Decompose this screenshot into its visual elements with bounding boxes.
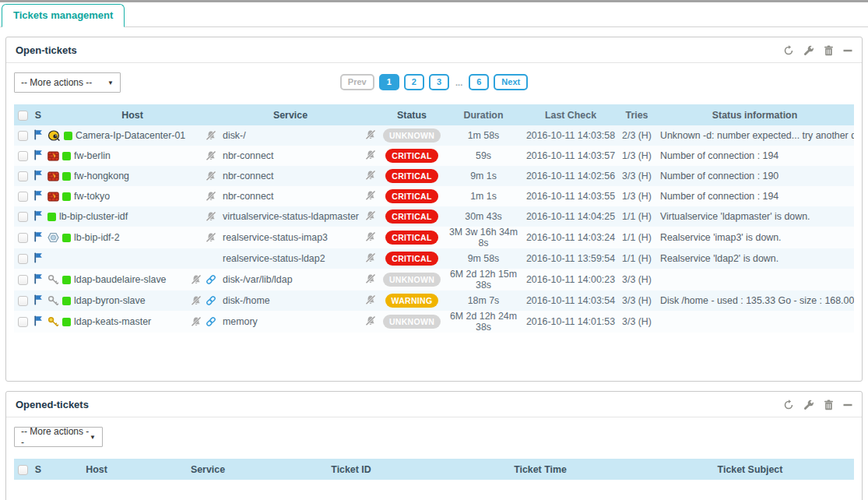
row-checkbox[interactable] <box>18 254 28 264</box>
host-name[interactable]: lb-bip-cluster-idf <box>59 211 128 222</box>
trash-icon[interactable] <box>824 400 834 410</box>
status-info-cell: Number of connection : 194 <box>655 186 854 206</box>
tries-cell: 1/1 (H) <box>618 248 655 269</box>
link-icon <box>206 274 216 285</box>
row-checkbox[interactable] <box>18 192 28 202</box>
pagination-prev-button[interactable]: Prev <box>340 74 374 90</box>
pagination-page-2[interactable]: 2 <box>404 74 424 90</box>
notifications-muted-icon <box>191 316 202 327</box>
pagination-page-3[interactable]: 3 <box>429 74 449 90</box>
status-info-cell: Number of connection : 194 <box>655 146 854 166</box>
host-name[interactable]: Camera-Ip-Datacenter-01 <box>76 130 185 141</box>
column-service: Service <box>220 104 361 125</box>
pagination-next-button[interactable]: Next <box>494 74 528 90</box>
open-tickets-header-row: S Host Service Status Duration Last Chec… <box>14 104 854 125</box>
pagination-page-6[interactable]: 6 <box>469 74 489 90</box>
select-all-checkbox[interactable] <box>18 111 28 121</box>
host-name[interactable]: fw-tokyo <box>74 191 110 202</box>
last-check-cell: 2016-10-11 14:03:58 <box>523 125 618 146</box>
last-check-cell: 2016-10-11 14:03:55 <box>523 186 618 206</box>
row-checkbox[interactable] <box>18 131 28 141</box>
flag-icon <box>33 252 43 263</box>
duration-cell: 3M 3w 16h 34m 8s <box>444 227 523 248</box>
duration-cell: 1m 58s <box>444 125 523 146</box>
tries-cell: 1/3 (H) <box>618 146 655 166</box>
notifications-muted-icon <box>365 190 376 201</box>
status-badge: UNKNOWN <box>383 315 441 329</box>
status-info-cell: Disk /home - used : 135.33 Go - size : 1… <box>655 290 854 311</box>
duration-cell: 18m 7s <box>444 290 523 311</box>
status-badge: CRITICAL <box>385 169 438 183</box>
service-name[interactable]: realservice-status-imap3 <box>223 232 328 243</box>
column-service: Service <box>148 459 268 480</box>
notifications-muted-icon <box>206 150 216 161</box>
service-name[interactable]: memory <box>223 316 258 327</box>
duration-cell: 9m 1s <box>444 166 523 186</box>
flag-icon <box>33 273 43 284</box>
row-checkbox[interactable] <box>18 151 28 161</box>
service-name[interactable]: realservice-status-ldap2 <box>223 253 325 264</box>
tab-tickets-management[interactable]: Tickets management <box>2 4 125 27</box>
host-name[interactable]: ldap-byron-slave <box>74 295 146 306</box>
notifications-muted-icon <box>206 232 216 243</box>
link-icon <box>206 295 216 306</box>
row-checkbox[interactable] <box>18 212 28 222</box>
host-status-dot <box>62 172 71 181</box>
opened-tickets-panel-header: Opened-tickets <box>6 392 862 417</box>
host-name[interactable]: fw-berlin <box>74 150 111 161</box>
service-name[interactable]: nbr-connect <box>223 171 273 181</box>
last-check-cell: 2016-10-11 14:03:57 <box>523 146 618 166</box>
open-tickets-tbody: Camera-Ip-Datacenter-01 disk-/ UNKNOWN 1… <box>14 125 854 333</box>
column-host: Host <box>45 459 148 480</box>
table-row: ldap-byron-slave disk-/home WARNING 18m … <box>14 290 854 311</box>
trash-icon[interactable] <box>824 45 834 56</box>
service-name[interactable]: disk-/home <box>223 295 270 306</box>
host-name[interactable]: lb-bip-idf-2 <box>74 232 120 243</box>
column-ticket-subject: Ticket Subject <box>646 459 854 480</box>
notifications-muted-icon <box>206 171 216 181</box>
notifications-muted-icon <box>191 274 202 285</box>
host-status-dot <box>62 234 71 242</box>
open-tickets-panel: Open-tickets -- More actions -- <box>5 37 863 382</box>
row-checkbox[interactable] <box>18 296 28 306</box>
table-row: Camera-Ip-Datacenter-01 disk-/ UNKNOWN 1… <box>14 125 854 146</box>
tries-cell: 2/3 (H) <box>618 125 655 146</box>
pagination-page-1[interactable]: 1 <box>379 74 399 90</box>
status-info-cell: Virtualservice 'ldapmaster' is down. <box>655 206 854 227</box>
wrench-icon[interactable] <box>803 45 814 56</box>
last-check-cell: 2016-10-11 13:59:54 <box>523 248 618 269</box>
status-badge: UNKNOWN <box>383 273 441 287</box>
refresh-icon[interactable] <box>783 45 794 56</box>
service-name[interactable]: nbr-connect <box>223 150 273 161</box>
tries-cell: 3/3 (H) <box>618 166 655 186</box>
collapse-icon[interactable] <box>843 45 852 56</box>
status-info-cell <box>655 311 854 333</box>
row-checkbox[interactable] <box>18 275 28 285</box>
service-name[interactable]: virtualservice-status-ldapmaster <box>223 211 359 222</box>
service-name[interactable]: nbr-connect <box>223 191 273 202</box>
notifications-muted-icon <box>365 170 376 181</box>
column-host: Host <box>45 104 220 125</box>
collapse-icon[interactable] <box>843 400 852 410</box>
row-checkbox[interactable] <box>18 233 28 243</box>
column-ticket-time: Ticket Time <box>434 459 646 480</box>
status-info-cell: Realservice 'imap3' is down. <box>655 227 854 248</box>
row-checkbox[interactable] <box>18 171 28 181</box>
duration-cell: 6M 2d 12h 24m 38s <box>444 311 523 333</box>
service-name[interactable]: disk-/var/lib/ldap <box>223 274 293 285</box>
service-name[interactable]: disk-/ <box>223 130 246 141</box>
open-tickets-panel-header: Open-tickets <box>6 37 862 63</box>
host-name[interactable]: fw-hongkong <box>74 171 129 181</box>
more-actions-select[interactable]: -- More actions -- ▼ <box>14 427 103 447</box>
host-name[interactable]: ldap-keats-master <box>74 316 151 327</box>
notifications-muted-icon <box>191 295 202 306</box>
last-check-cell: 2016-10-11 14:01:53 <box>523 311 618 333</box>
wrench-icon[interactable] <box>803 400 814 410</box>
host-name[interactable]: ldap-baudelaire-slave <box>74 274 166 285</box>
select-all-checkbox[interactable] <box>18 465 28 475</box>
notifications-muted-icon <box>206 191 216 202</box>
key-gold-icon <box>47 316 59 327</box>
flag-icon <box>33 294 43 305</box>
refresh-icon[interactable] <box>783 400 794 410</box>
row-checkbox[interactable] <box>18 317 28 327</box>
